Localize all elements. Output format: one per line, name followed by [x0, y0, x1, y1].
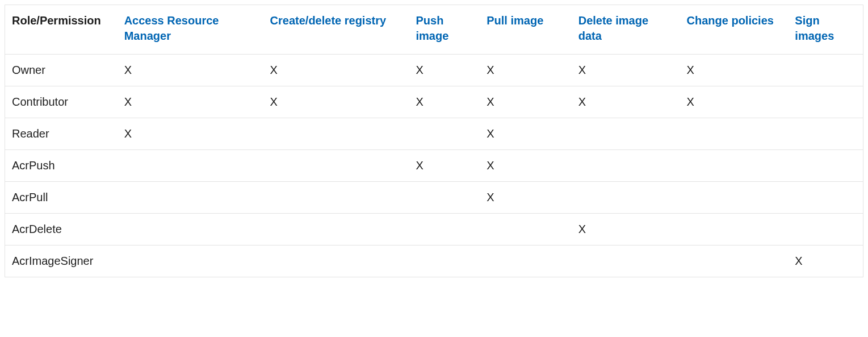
header-link-access-resource-manager[interactable]: Access Resource Manager	[124, 14, 219, 42]
permission-cell	[680, 182, 789, 214]
permission-cell: X	[263, 86, 409, 118]
header-link-delete-image-data[interactable]: Delete image data	[578, 14, 648, 42]
permission-cell: X	[680, 86, 789, 118]
permission-cell: X	[118, 55, 263, 86]
permission-cell: X	[480, 55, 571, 86]
header-link-change-policies[interactable]: Change policies	[687, 14, 774, 27]
permission-cell	[680, 150, 789, 182]
table-row: AcrImageSignerX	[5, 246, 863, 277]
table-row: AcrDeleteX	[5, 214, 863, 246]
table-row: AcrPushXX	[5, 150, 863, 182]
permission-cell	[788, 86, 863, 118]
col-header-change-policies: Change policies	[680, 5, 789, 55]
table-row: ContributorXXXXXX	[5, 86, 863, 118]
permission-cell	[572, 246, 680, 277]
permission-cell	[409, 214, 480, 246]
permission-cell: X	[572, 55, 680, 86]
permission-cell	[263, 118, 409, 150]
permission-cell	[118, 150, 263, 182]
header-link-create-delete-registry[interactable]: Create/delete registry	[270, 14, 387, 27]
permission-cell	[409, 182, 480, 214]
col-header-pull-image: Pull image	[480, 5, 571, 55]
permission-cell: X	[788, 246, 863, 277]
permission-cell: X	[480, 182, 571, 214]
permission-cell	[409, 118, 480, 150]
permission-cell: X	[480, 118, 571, 150]
header-link-sign-images[interactable]: Sign images	[795, 14, 834, 42]
table-row: ReaderXX	[5, 118, 863, 150]
permission-cell: X	[263, 55, 409, 86]
role-name: Reader	[5, 118, 118, 150]
role-name: AcrPush	[5, 150, 118, 182]
permission-cell	[409, 246, 480, 277]
permission-cell	[788, 118, 863, 150]
permission-cell	[263, 182, 409, 214]
permission-cell	[788, 182, 863, 214]
permission-cell: X	[480, 150, 571, 182]
permission-cell	[118, 214, 263, 246]
col-header-access-resource-manager: Access Resource Manager	[118, 5, 263, 55]
permission-cell	[118, 246, 263, 277]
permission-cell	[480, 214, 571, 246]
permission-cell	[480, 246, 571, 277]
role-permission-table: Role/Permission Access Resource Manager …	[5, 5, 863, 277]
permission-cell	[263, 150, 409, 182]
table-row: OwnerXXXXXX	[5, 55, 863, 86]
role-name: Contributor	[5, 86, 118, 118]
permission-cell: X	[118, 86, 263, 118]
col-header-sign-images: Sign images	[788, 5, 863, 55]
table-header-row: Role/Permission Access Resource Manager …	[5, 5, 863, 55]
permission-cell	[680, 118, 789, 150]
col-header-delete-image-data: Delete image data	[572, 5, 680, 55]
role-name: Owner	[5, 55, 118, 86]
permission-cell: X	[572, 86, 680, 118]
permission-cell	[788, 150, 863, 182]
permission-cell	[118, 182, 263, 214]
role-name: AcrDelete	[5, 214, 118, 246]
table-row: AcrPullX	[5, 182, 863, 214]
permission-cell	[572, 150, 680, 182]
header-link-pull-image[interactable]: Pull image	[487, 14, 543, 27]
header-link-push-image[interactable]: Push image	[416, 14, 448, 42]
permission-cell	[263, 246, 409, 277]
permission-cell	[788, 55, 863, 86]
role-name: AcrPull	[5, 182, 118, 214]
permission-cell	[680, 246, 789, 277]
permission-cell: X	[409, 86, 480, 118]
role-name: AcrImageSigner	[5, 246, 118, 277]
permission-cell: X	[409, 55, 480, 86]
col-header-push-image: Push image	[409, 5, 480, 55]
col-header-role: Role/Permission	[5, 5, 118, 55]
permission-cell	[572, 182, 680, 214]
permission-cell	[788, 214, 863, 246]
permission-cell: X	[572, 214, 680, 246]
permission-cell: X	[480, 86, 571, 118]
permission-cell: X	[409, 150, 480, 182]
permission-cell	[263, 214, 409, 246]
permission-cell: X	[118, 118, 263, 150]
permission-cell	[680, 214, 789, 246]
col-header-create-delete-registry: Create/delete registry	[263, 5, 409, 55]
permission-cell	[572, 118, 680, 150]
permission-cell: X	[680, 55, 789, 86]
